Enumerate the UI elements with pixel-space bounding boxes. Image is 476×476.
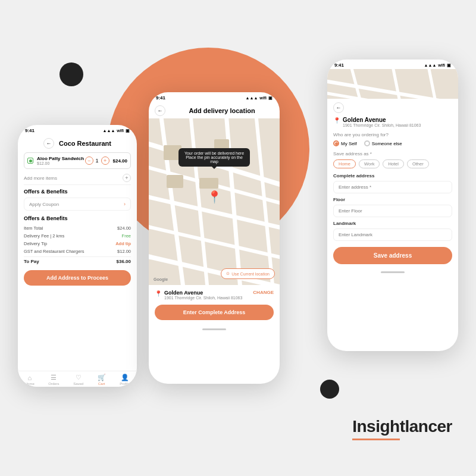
complete-address-label: Complete address: [333, 173, 452, 178]
phone-map: 9:41 ▲▲▲ wifi ▣ ← Add delivery location: [149, 92, 280, 384]
section-bill: Offers & Benefits: [24, 215, 131, 221]
landmark-input[interactable]: [333, 228, 452, 241]
nav-orders[interactable]: ☰ Orders: [48, 374, 59, 386]
bill-tip: Delivery Tip Add tip: [24, 240, 131, 248]
qty-value: 1: [96, 158, 99, 164]
phone-address-form: 9:41 ▲▲▲ wifi ▣ ← 📍 Golden Avenue 1901 T…: [327, 60, 458, 351]
item-info: Aloo Patty Sandwich $12.00: [37, 156, 85, 165]
status-bar-2: 9:41 ▲▲▲ wifi ▣: [149, 92, 280, 102]
bill-item-label: Item Total: [24, 226, 43, 231]
save-as-tags: Home Work Hotel Other: [333, 159, 452, 168]
map-area[interactable]: Your order will be delivered here Place …: [149, 118, 280, 285]
bill-tip-value[interactable]: Add tip: [115, 241, 131, 246]
increase-qty[interactable]: +: [101, 156, 109, 165]
nav-profile[interactable]: 👤 Profile: [120, 374, 130, 386]
nav-cart[interactable]: 🛒 Cart: [98, 374, 106, 386]
wifi-icon-2: wifi: [259, 96, 267, 100]
bottom-nav: ⌂ Home ☰ Orders ♡ Saved 🛒 Cart 👤 Profile: [18, 371, 137, 387]
battery-icon: ▣: [126, 129, 130, 133]
location-row: 📍 Golden Avenue 1901 Thornridge Cir. Shi…: [155, 290, 274, 300]
add-more-icon: +: [123, 174, 131, 182]
map-peek: [327, 69, 458, 99]
bill-delivery-label: Delivery Fee | 2 kms: [24, 233, 64, 239]
radio-myself-circle: [333, 140, 339, 146]
radio-someone[interactable]: Someone else: [364, 140, 402, 146]
add-more-label: Add more items: [24, 176, 57, 181]
nav-cart-label: Cart: [98, 382, 105, 386]
cart-nav-row: ← Coco Restaurant: [24, 138, 131, 149]
nav-home[interactable]: ⌂ Home: [25, 374, 35, 386]
address-input[interactable]: [333, 181, 452, 193]
bill-gst: GST and Restaurant Chargers $12.00: [24, 248, 131, 255]
location-target-icon: ⊙: [226, 271, 230, 276]
add-more-row[interactable]: Add more items +: [24, 171, 131, 185]
signal-icon-2: ▲▲▲: [246, 96, 258, 100]
use-location-label: Use Current location: [231, 272, 270, 276]
map-peek-svg: [327, 69, 458, 99]
map-pin: 📍: [207, 190, 222, 204]
veg-indicator: [27, 158, 33, 164]
form-back-row: ←: [333, 101, 452, 113]
home-indicator-2: [202, 328, 226, 330]
coupon-row[interactable]: Apply Coupon ›: [24, 198, 131, 211]
restaurant-name: Coco Restaurant: [59, 140, 111, 147]
time-1: 9:41: [25, 128, 35, 133]
item-name: Aloo Patty Sandwich: [37, 156, 85, 161]
form-back-button[interactable]: ←: [333, 102, 344, 113]
radio-someone-circle: [364, 140, 370, 146]
radio-myself-label: My Self: [341, 141, 357, 146]
nav-profile-label: Profile: [120, 382, 130, 386]
item-price: $12.00: [37, 161, 85, 165]
cart-icon: 🛒: [98, 374, 106, 381]
floor-input[interactable]: [333, 205, 452, 217]
add-address-button[interactable]: Add Address to Procees: [24, 270, 131, 286]
time-2: 9:41: [156, 95, 165, 101]
radio-myself[interactable]: My Self: [333, 140, 357, 146]
form-location-addr: 1901 Thornridge Cir. Shiloh, Hawaii 8106…: [343, 123, 421, 127]
map-back-button[interactable]: ←: [155, 105, 165, 116]
tag-hotel[interactable]: Hotel: [383, 159, 404, 168]
landmark-label: Landmark: [333, 221, 452, 226]
svg-rect-15: [199, 178, 218, 189]
location-address: 1901 Thornridge Cir. Shiloh, Hawaii 8106…: [164, 296, 253, 300]
radio-someone-label: Someone else: [372, 141, 402, 146]
save-as-label: Save address as *: [333, 151, 452, 156]
battery-icon-2: ▣: [268, 96, 273, 101]
bill-item-value: $24.00: [117, 226, 131, 231]
tag-other[interactable]: Other: [407, 159, 429, 168]
decrease-qty[interactable]: −: [85, 156, 93, 165]
section-offers-1: Offers & Benefits: [24, 189, 131, 195]
nav-saved[interactable]: ♡ Saved: [73, 374, 83, 386]
svg-rect-14: [167, 175, 183, 188]
tag-work[interactable]: Work: [359, 159, 380, 168]
status-bar-3: 9:41 ▲▲▲ wifi ▣: [327, 60, 458, 69]
nav-saved-label: Saved: [73, 382, 83, 386]
signal-icon-3: ▲▲▲: [424, 63, 437, 67]
form-location-name: Golden Avenue: [343, 117, 421, 123]
wifi-icon: wifi: [117, 129, 124, 133]
floor-label: Floor: [333, 197, 452, 202]
bill-delivery: Delivery Fee | 2 kms Free: [24, 232, 131, 240]
cart-item: Aloo Patty Sandwich $12.00 − 1 + $24.00: [24, 152, 131, 169]
bill-total-label: To Pay: [24, 259, 39, 264]
use-location-button[interactable]: ⊙ Use Current location: [221, 268, 275, 279]
location-pin-icon: 📍: [155, 290, 162, 297]
map-tooltip: Your order will be delivered here Place …: [178, 148, 250, 167]
form-location-icon: 📍: [333, 117, 340, 124]
back-button[interactable]: ←: [43, 138, 54, 149]
form-location-info: Golden Avenue 1901 Thornridge Cir. Shilo…: [343, 117, 421, 127]
bill-total-value: $36.00: [117, 259, 131, 264]
tag-home[interactable]: Home: [333, 159, 356, 168]
change-button[interactable]: CHANGE: [253, 290, 274, 295]
time-3: 9:41: [334, 62, 344, 68]
bill-gst-label: GST and Restaurant Chargers: [24, 249, 84, 254]
map-header: ← Add delivery location: [149, 102, 280, 118]
bill-item-total: Item Total $24.00: [24, 224, 131, 232]
brand-section: Insightlancer: [352, 417, 452, 440]
nav-home-label: Home: [25, 382, 35, 386]
enter-complete-address-button[interactable]: Enter Complete Address: [155, 305, 274, 320]
save-address-button[interactable]: Save address: [333, 247, 452, 264]
battery-icon-3: ▣: [447, 63, 451, 68]
ordering-for-label: Who are you ordering for?: [333, 132, 452, 137]
bill-tip-label: Delivery Tip: [24, 241, 47, 246]
